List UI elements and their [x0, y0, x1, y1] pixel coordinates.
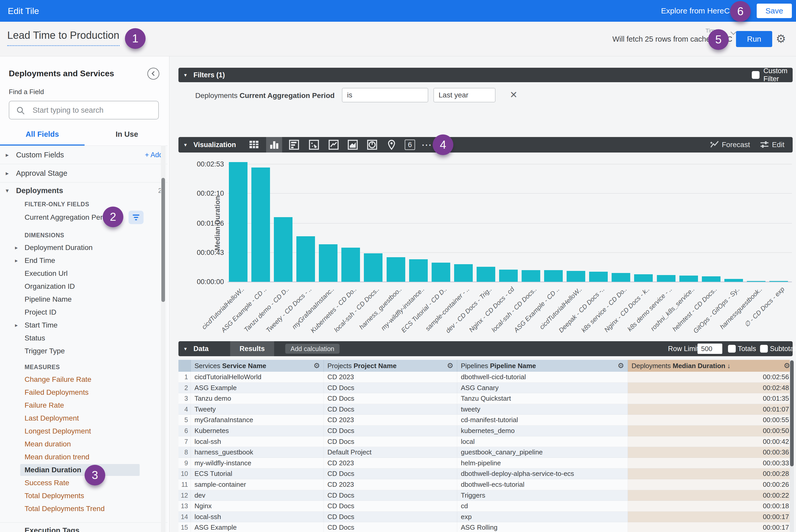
chart-bar[interactable] [432, 263, 450, 282]
table-cell[interactable]: CD Docs [324, 404, 457, 415]
viz-type-bar-icon[interactable] [288, 139, 300, 151]
chart-bar[interactable] [634, 274, 653, 282]
table-cell[interactable]: 00:02:48 [628, 383, 794, 394]
tab-all-fields[interactable]: All Fields [0, 130, 85, 138]
table-cell[interactable]: helm-pipeline [457, 458, 628, 469]
sidebar-group-custom-fields[interactable]: ▸Custom Fields+ Add [0, 146, 168, 164]
sidebar-group-deployments[interactable]: ▾Deployments2 [0, 182, 168, 198]
table-cell[interactable]: local [457, 436, 628, 447]
add-calculation-button[interactable]: Add calculation [285, 344, 339, 354]
table-cell[interactable]: 00:00:36 [628, 447, 794, 458]
more-viz-types-icon[interactable]: ⋯ [421, 139, 432, 151]
chart-bar[interactable] [296, 236, 315, 282]
chart-bar[interactable] [364, 253, 383, 282]
column-header[interactable]: Services Service Name⚙ [191, 360, 324, 372]
table-cell[interactable]: sample-container [191, 479, 324, 490]
table-cell[interactable]: exp [457, 512, 628, 522]
table-cell[interactable]: CD Docs [324, 393, 457, 404]
table-cell[interactable]: cd [457, 501, 628, 512]
explore-from-here-link[interactable]: Explore from Here [661, 0, 724, 22]
chart-bar[interactable] [454, 264, 473, 282]
chart-bar[interactable] [679, 276, 698, 282]
table-cell[interactable]: myGrafanaInstance [191, 415, 324, 425]
field-item-success-rate[interactable]: Success Rate [0, 476, 168, 489]
tab-in-use[interactable]: In Use [85, 130, 169, 138]
chart-bar[interactable] [612, 273, 630, 282]
viz-type-map-pin-icon[interactable] [386, 139, 397, 151]
chart-bar[interactable] [387, 257, 405, 282]
field-item-execution-url[interactable]: Execution Url [0, 267, 168, 280]
viz-type-single-value-icon[interactable]: 6 [404, 139, 416, 151]
viz-type-table-icon[interactable] [248, 139, 260, 151]
chart-bar[interactable] [522, 270, 540, 282]
table-cell[interactable]: CD Docs [324, 425, 457, 436]
chart-bar[interactable] [747, 281, 765, 282]
table-cell[interactable]: CD 2023 [324, 372, 457, 383]
table-cell[interactable]: CD Docs [324, 490, 457, 501]
custom-filter-checkbox[interactable] [752, 71, 760, 79]
filter-by-field-button[interactable] [129, 211, 144, 224]
viz-type-column-icon[interactable] [268, 139, 280, 151]
settings-gear-icon[interactable]: ⚙ [776, 32, 786, 45]
totals-checkbox[interactable] [728, 345, 736, 353]
sidebar-group-next-partial[interactable]: Execution Tags [0, 522, 168, 532]
field-item-total-deployments-trend[interactable]: Total Deployments Trend [0, 502, 168, 515]
sidebar-group-approval-stage[interactable]: ▸Approval Stage [0, 164, 168, 182]
chart-bar[interactable] [567, 271, 585, 282]
table-cell[interactable]: 00:00:42 [628, 436, 794, 447]
run-button[interactable]: Run [736, 31, 772, 47]
column-header[interactable]: Projects Project Name⚙ [324, 360, 457, 372]
viz-type-line-icon[interactable] [328, 139, 339, 151]
table-cell[interactable]: 00:00:22 [628, 490, 794, 501]
table-cell[interactable]: CD 2023 [324, 415, 457, 425]
edit-viz-button[interactable]: Edit [772, 140, 784, 149]
table-cell[interactable]: Kubernetes [191, 425, 324, 436]
field-item-current-aggregation-period[interactable]: Current Aggregation Period [0, 210, 168, 225]
chart-bar[interactable] [252, 168, 270, 282]
table-cell[interactable]: 00:00:33 [628, 458, 794, 469]
search-input[interactable] [33, 102, 154, 118]
field-item-change-failure-rate[interactable]: Change Failure Rate [0, 373, 168, 386]
table-cell[interactable]: 00:00:26 [628, 479, 794, 490]
table-cell[interactable]: CD Docs [324, 512, 457, 522]
table-cell[interactable]: CD Docs [324, 383, 457, 394]
collapse-sidebar-button[interactable] [147, 68, 159, 80]
table-cell[interactable]: 00:01:07 [628, 404, 794, 415]
column-gear-icon[interactable]: ⚙ [313, 360, 320, 372]
column-header[interactable]: Deployments Median Duration ↓⚙ [628, 360, 794, 372]
field-item-failure-rate[interactable]: Failure Rate [0, 399, 168, 412]
results-tab[interactable]: Results [230, 341, 274, 356]
field-item-status[interactable]: Status [0, 332, 168, 345]
table-cell[interactable]: Tanzu Quickstart [457, 393, 628, 404]
table-cell[interactable]: 00:00:18 [628, 501, 794, 512]
filter-value-select[interactable]: Last year [433, 88, 496, 102]
table-cell[interactable]: my-wildfly-instance [191, 458, 324, 469]
field-item-mean-duration[interactable]: Mean duration [0, 438, 168, 451]
field-item-mean-duration-trend[interactable]: Mean duration trend [0, 451, 168, 463]
add-custom-field-button[interactable]: + Add [145, 151, 163, 159]
table-cell[interactable]: 00:02:56 [628, 372, 794, 383]
table-cell[interactable]: CD Docs [324, 436, 457, 447]
table-cell[interactable]: ASG Canary [457, 383, 628, 394]
table-cell[interactable]: ASG Example [191, 383, 324, 394]
table-cell[interactable]: ASG Example [191, 522, 324, 532]
chart-bar[interactable] [274, 217, 293, 282]
chart-bar[interactable] [770, 281, 788, 282]
chart-bar[interactable] [477, 267, 495, 282]
field-item-last-deployment[interactable]: Last Deployment [0, 412, 168, 425]
table-cell[interactable]: Tanzu demo [191, 393, 324, 404]
viz-type-pie-icon[interactable] [366, 139, 378, 151]
table-cell[interactable]: local-ssh [191, 436, 324, 447]
table-scrollbar-thumb[interactable] [790, 360, 794, 466]
table-cell[interactable]: CD 2023 [324, 458, 457, 469]
chart-bar[interactable] [409, 259, 428, 282]
chart-bar[interactable] [499, 270, 518, 282]
table-cell[interactable]: 00:00:17 [628, 512, 794, 522]
table-cell[interactable]: Tweety [191, 404, 324, 415]
field-item-deployment-duration[interactable]: ▸Deployment Duration [0, 241, 168, 254]
expand-right-icon[interactable]: ▸ [15, 258, 18, 264]
sidebar-scrollbar-thumb[interactable] [161, 178, 165, 302]
column-header[interactable]: Pipelines Pipeline Name⚙ [457, 360, 628, 372]
field-item-median-duration[interactable]: Median Duration [0, 463, 168, 476]
field-item-organization-id[interactable]: Organization ID [0, 280, 168, 293]
